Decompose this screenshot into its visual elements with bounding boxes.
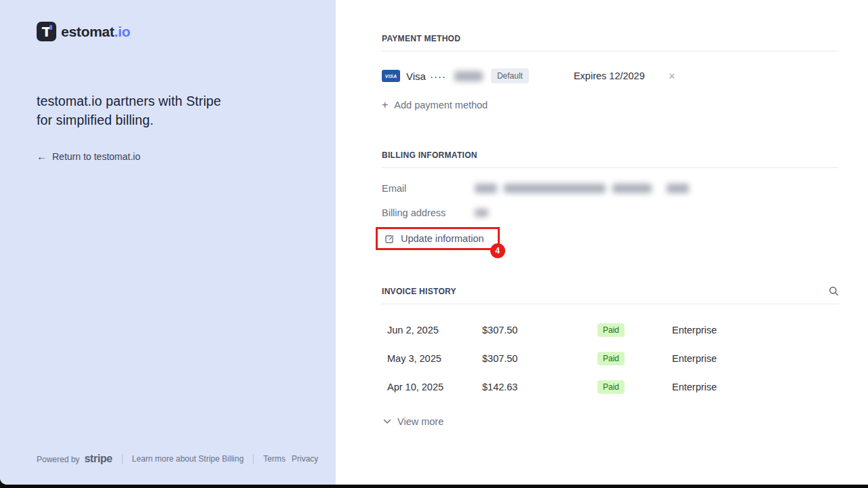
card-expiry-label: Expires 12/2029	[574, 70, 645, 81]
stripe-wordmark: stripe	[84, 453, 112, 465]
payment-method-title: PAYMENT METHOD	[382, 34, 839, 43]
card-masked-dots: ····	[430, 70, 446, 82]
footer-divider	[122, 454, 123, 464]
wordmark-io: .io	[114, 24, 130, 39]
return-link-label: Return to testomat.io	[52, 151, 140, 162]
terms-link[interactable]: Terms	[263, 454, 285, 464]
testomat-logo[interactable]: T estomat.io	[37, 22, 309, 41]
testomat-logo-icon: T	[37, 22, 56, 41]
update-information-label: Update information	[401, 233, 484, 244]
section-divider	[382, 51, 839, 52]
billing-information-section: BILLING INFORMATION Email Billing addres…	[382, 150, 839, 250]
section-divider	[382, 167, 839, 168]
search-icon[interactable]	[829, 286, 839, 296]
card-brand-label: Visa	[406, 70, 426, 82]
logo-accent-mark	[50, 25, 52, 30]
invoice-status-badge: Paid	[597, 352, 625, 365]
billing-address-label: Billing address	[382, 207, 475, 218]
redacted-email-value	[475, 184, 689, 193]
edit-pencil-icon	[385, 234, 395, 243]
redacted-card-number	[454, 71, 483, 81]
invoice-plan: Enterprise	[672, 325, 839, 336]
invoice-status-badge: Paid	[597, 380, 625, 394]
sidebar-footer: Powered by stripe Learn more about Strip…	[37, 453, 318, 465]
sidebar-heading: testomat.io partners with Stripe for sim…	[37, 92, 233, 129]
redacted-segment	[667, 184, 689, 193]
invoice-amount: $307.50	[482, 325, 597, 336]
visa-badge-text: VISA	[385, 74, 397, 79]
powered-by-label: Powered by	[37, 455, 79, 464]
remove-card-icon[interactable]: ×	[669, 70, 675, 82]
sidebar: T estomat.io testomat.io partners with S…	[0, 0, 336, 485]
section-divider	[382, 304, 839, 304]
invoice-row[interactable]: Apr 10, 2025 $142.63 Paid Enterprise	[382, 373, 839, 401]
billing-address-row: Billing address	[382, 207, 839, 219]
return-to-merchant-link[interactable]: ← Return to testomat.io	[37, 150, 140, 162]
redacted-segment	[612, 184, 652, 193]
testomat-wordmark: estomat.io	[61, 24, 130, 40]
left-arrow-icon: ←	[37, 150, 47, 162]
invoice-status-badge: Paid	[597, 323, 625, 337]
visa-card-icon: VISA	[382, 70, 400, 82]
email-label: Email	[382, 183, 475, 194]
email-row: Email	[382, 182, 839, 195]
plus-icon: +	[382, 99, 388, 111]
payment-card-row: VISA Visa ···· Default Expires 12/2029 ×	[382, 67, 839, 85]
invoice-row[interactable]: May 3, 2025 $307.50 Paid Enterprise	[382, 344, 839, 373]
redacted-billing-address-value	[475, 209, 488, 217]
invoice-date: Apr 10, 2025	[387, 382, 482, 392]
view-more-label: View more	[397, 416, 443, 427]
invoice-row[interactable]: Jun 2, 2025 $307.50 Paid Enterprise	[382, 316, 839, 344]
add-payment-method-label: Add payment method	[394, 100, 488, 110]
learn-more-link[interactable]: Learn more about Stripe Billing	[132, 454, 244, 464]
view-more-button[interactable]: View more	[383, 416, 839, 427]
invoice-history-title: INVOICE HISTORY	[382, 287, 456, 296]
invoice-amount: $307.50	[482, 353, 597, 364]
add-payment-method-button[interactable]: + Add payment method	[382, 99, 839, 111]
billing-information-title: BILLING INFORMATION	[382, 150, 839, 160]
redacted-segment	[475, 184, 497, 193]
invoice-plan: Enterprise	[672, 353, 839, 364]
privacy-link[interactable]: Privacy	[292, 454, 318, 464]
invoice-history-section: INVOICE HISTORY Jun 2, 2025 $307.50 Paid…	[382, 286, 839, 427]
powered-by-stripe[interactable]: Powered by stripe	[37, 453, 113, 465]
annotation-step-badge: 4	[490, 243, 505, 258]
update-information-button[interactable]: Update information	[376, 227, 500, 250]
redacted-segment	[504, 184, 606, 193]
main-panel: PAYMENT METHOD VISA Visa ···· Default Ex…	[336, 0, 868, 485]
invoice-date: Jun 2, 2025	[387, 325, 482, 336]
default-badge: Default	[491, 68, 529, 83]
payment-method-section: PAYMENT METHOD VISA Visa ···· Default Ex…	[382, 34, 839, 111]
billing-portal-window: T estomat.io testomat.io partners with S…	[0, 0, 868, 485]
invoice-table: Jun 2, 2025 $307.50 Paid Enterprise May …	[382, 316, 839, 401]
invoice-date: May 3, 2025	[387, 353, 482, 364]
annotation-highlight: Update information 4	[376, 227, 500, 250]
footer-divider	[253, 454, 254, 464]
invoice-amount: $142.63	[482, 382, 597, 392]
wordmark-dark: estomat	[61, 24, 114, 39]
invoice-plan: Enterprise	[672, 382, 839, 392]
chevron-down-icon	[383, 419, 391, 424]
